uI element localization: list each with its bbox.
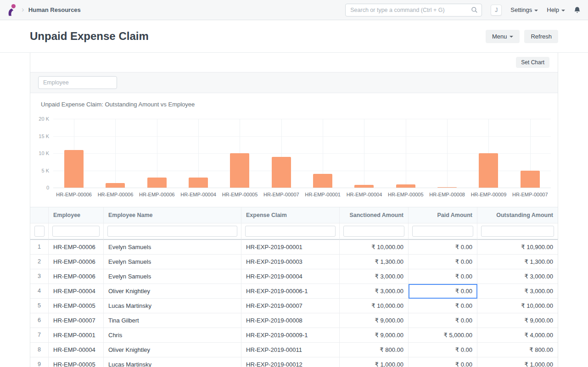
cell-employee_name[interactable]: Evelyn Samuels — [104, 255, 241, 269]
cell-sanctioned_amount[interactable]: ₹ 9,000.00 — [340, 313, 409, 328]
column-filter-input[interactable] — [34, 226, 45, 237]
column-header[interactable]: Paid Amount — [409, 207, 477, 223]
search-input[interactable] — [345, 4, 482, 17]
chart-bar[interactable] — [106, 183, 125, 188]
menu-button[interactable]: Menu — [486, 30, 520, 43]
cell-outstanding_amount[interactable]: ₹ 9,000.00 — [477, 313, 558, 328]
cell-expense_claim[interactable]: HR-EXP-2019-00006-1 — [241, 284, 340, 299]
cell-employee_name[interactable]: Evelyn Samuels — [104, 240, 241, 255]
notifications-bell-icon[interactable] — [574, 6, 581, 14]
column-header[interactable]: Employee Name — [104, 207, 241, 223]
cell-sanctioned_amount[interactable]: ₹ 10,000.00 — [340, 299, 409, 313]
cell-expense_claim[interactable]: HR-EXP-2019-00009-1 — [241, 328, 340, 343]
cell-paid_amount[interactable]: ₹ 0.00 — [409, 313, 477, 328]
chart-bar[interactable] — [437, 187, 457, 188]
cell-paid_amount[interactable]: ₹ 0.00 — [409, 269, 477, 284]
chart-bar[interactable] — [396, 184, 415, 188]
help-menu-label: Help — [547, 6, 559, 13]
cell-sanctioned_amount[interactable]: ₹ 1,300.00 — [340, 255, 409, 269]
chart-bar-group — [302, 119, 343, 188]
row-number: 9 — [30, 357, 49, 367]
chart-bar-group — [426, 119, 468, 188]
cell-outstanding_amount[interactable]: ₹ 10,900.00 — [477, 240, 558, 255]
cell-employee_name[interactable]: Oliver Knightley — [104, 343, 241, 357]
chart-bar-group — [510, 119, 551, 188]
cell-expense_claim[interactable]: HR-EXP-2019-00008 — [241, 313, 340, 328]
cell-paid_amount[interactable]: ₹ 0.00 — [409, 284, 477, 299]
cell-employee[interactable]: HR-EMP-00001 — [49, 328, 104, 343]
cell-employee[interactable]: HR-EMP-00007 — [49, 313, 104, 328]
chart-bar[interactable] — [230, 153, 249, 188]
column-filter-input[interactable] — [52, 226, 100, 237]
cell-paid_amount[interactable]: ₹ 0.00 — [409, 299, 477, 313]
cell-expense_claim[interactable]: HR-EXP-2019-00007 — [241, 299, 340, 313]
cell-paid_amount[interactable]: ₹ 0.00 — [409, 255, 477, 269]
cell-expense_claim[interactable]: HR-EXP-2019-00011 — [241, 343, 340, 357]
cell-sanctioned_amount[interactable]: ₹ 3,000.00 — [340, 269, 409, 284]
cell-sanctioned_amount[interactable]: ₹ 1,000.00 — [340, 357, 409, 367]
column-header[interactable]: Employee — [49, 207, 104, 223]
employee-filter-input[interactable] — [38, 76, 117, 89]
column-filter-input[interactable] — [107, 226, 237, 237]
cell-outstanding_amount[interactable]: ₹ 3,000.00 — [477, 284, 558, 299]
cell-employee[interactable]: HR-EMP-00006 — [49, 269, 104, 284]
cell-outstanding_amount[interactable]: ₹ 1,000.00 — [477, 357, 558, 367]
breadcrumb-chevron-icon: › — [22, 6, 24, 13]
chart-bar[interactable] — [313, 174, 332, 188]
chart-y-tick-label: 0 — [46, 185, 49, 190]
breadcrumb[interactable]: Human Resources — [28, 6, 81, 13]
cell-outstanding_amount[interactable]: ₹ 1,300.00 — [477, 255, 558, 269]
column-filter-input[interactable] — [481, 226, 554, 237]
cell-employee_name[interactable]: Lucas Martinsky — [104, 299, 241, 313]
app-logo-icon[interactable] — [7, 4, 17, 16]
cell-employee[interactable]: HR-EMP-00006 — [49, 240, 104, 255]
cell-employee[interactable]: HR-EMP-00006 — [49, 255, 104, 269]
chart-bar[interactable] — [272, 157, 291, 188]
cell-sanctioned_amount[interactable]: ₹ 9,000.00 — [340, 328, 409, 343]
filter-cell — [409, 223, 477, 240]
cell-outstanding_amount[interactable]: ₹ 3,000.00 — [477, 269, 558, 284]
cell-employee[interactable]: HR-EMP-00004 — [49, 284, 104, 299]
column-filter-input[interactable] — [245, 226, 336, 237]
table-row: 7HR-EMP-00001ChrisHR-EXP-2019-00009-1₹ 9… — [30, 328, 558, 343]
cell-sanctioned_amount[interactable]: ₹ 10,000.00 — [340, 240, 409, 255]
cell-paid_amount[interactable]: ₹ 0.00 — [409, 240, 477, 255]
help-menu[interactable]: Help — [547, 6, 565, 13]
cell-employee_name[interactable]: Tina Gilbert — [104, 313, 241, 328]
column-filter-input[interactable] — [343, 226, 404, 237]
cell-expense_claim[interactable]: HR-EXP-2019-00001 — [241, 240, 340, 255]
cell-expense_claim[interactable]: HR-EXP-2019-00012 — [241, 357, 340, 367]
cell-employee_name[interactable]: Chris — [104, 328, 241, 343]
cell-employee[interactable]: HR-EMP-00005 — [49, 357, 104, 367]
cell-outstanding_amount[interactable]: ₹ 800.00 — [477, 343, 558, 357]
chart-bar[interactable] — [479, 153, 498, 188]
settings-menu[interactable]: Settings — [510, 6, 538, 13]
cell-expense_claim[interactable]: HR-EXP-2019-00004 — [241, 269, 340, 284]
cell-sanctioned_amount[interactable]: ₹ 800.00 — [340, 343, 409, 357]
cell-outstanding_amount[interactable]: ₹ 10,000.00 — [477, 299, 558, 313]
cell-expense_claim[interactable]: HR-EXP-2019-00003 — [241, 255, 340, 269]
chart-bar[interactable] — [189, 178, 208, 188]
cell-employee_name[interactable]: Lucas Martinsky — [104, 357, 241, 367]
cell-employee_name[interactable]: Oliver Knightley — [104, 284, 241, 299]
cell-paid_amount[interactable]: ₹ 0.00 — [409, 343, 477, 357]
cell-paid_amount[interactable]: ₹ 5,000.00 — [409, 328, 477, 343]
column-header[interactable]: Outstanding Amount — [477, 207, 558, 223]
set-chart-button[interactable]: Set Chart — [516, 57, 549, 68]
chart-bar[interactable] — [64, 150, 84, 188]
column-filter-input[interactable] — [412, 226, 473, 237]
cell-employee[interactable]: HR-EMP-00004 — [49, 343, 104, 357]
refresh-button[interactable]: Refresh — [524, 30, 558, 43]
navbar: › Human Resources J Settings Help — [0, 0, 588, 20]
cell-paid_amount[interactable]: ₹ 0.00 — [409, 357, 477, 367]
cell-employee[interactable]: HR-EMP-00005 — [49, 299, 104, 313]
chart-bar[interactable] — [521, 171, 540, 188]
cell-employee_name[interactable]: Evelyn Samuels — [104, 269, 241, 284]
chart-bar[interactable] — [147, 178, 167, 188]
cell-sanctioned_amount[interactable]: ₹ 3,000.00 — [340, 284, 409, 299]
chart-bar[interactable] — [354, 185, 374, 188]
avatar[interactable]: J — [491, 5, 502, 16]
cell-outstanding_amount[interactable]: ₹ 4,000.00 — [477, 328, 558, 343]
column-header[interactable]: Sanctioned Amount — [340, 207, 409, 223]
column-header[interactable]: Expense Claim — [241, 207, 340, 223]
